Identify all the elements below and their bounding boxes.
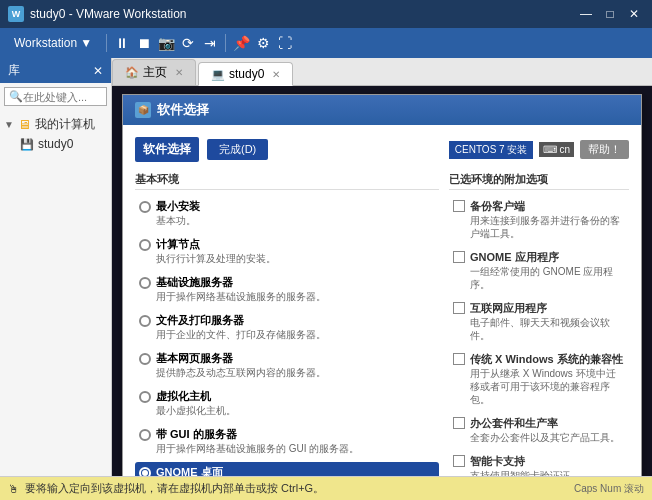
addon-internet[interactable]: 互联网应用程序 电子邮件、聊天天和视频会议软件。	[449, 298, 629, 345]
checkbox-smartcard	[453, 455, 465, 467]
env-compute-desc: 执行行计算及处理的安装。	[156, 252, 276, 265]
vm-tab-icon: 💻	[211, 68, 225, 81]
checkbox-office	[453, 417, 465, 429]
sidebar-item-my-computer[interactable]: ▼ 🖥 我的计算机	[4, 114, 107, 135]
minimize-button[interactable]: —	[576, 4, 596, 24]
radio-file	[139, 315, 151, 327]
env-file-desc: 用于企业的文件、打印及存储服务器。	[156, 328, 326, 341]
radio-virt	[139, 391, 151, 403]
dialog-overlay: 📦 软件选择 软件选择 完成(D) CENTOS 7 安装 ⌨	[112, 86, 652, 476]
env-gui-desc: 用于操作网络基础设施服务的 GUI 的服务器。	[156, 442, 359, 455]
menu-separator-2	[225, 34, 226, 52]
addon-gnome-apps-label: GNOME 应用程序	[470, 250, 625, 265]
fullscreen-icon[interactable]: ⛶	[274, 32, 296, 54]
menu-separator	[106, 34, 107, 52]
sidebar-tree: ▼ 🖥 我的计算机 💾 study0	[0, 110, 111, 157]
dialog-title-icon: 📦	[135, 102, 151, 118]
close-button[interactable]: ✕	[624, 4, 644, 24]
addon-xcompat[interactable]: 传统 X Windows 系统的兼容性 用于从继承 X Windows 环境中迁…	[449, 349, 629, 409]
dialog-titlebar: 📦 软件选择	[123, 95, 641, 125]
addon-internet-desc: 电子邮件、聊天天和视频会议软件。	[470, 316, 625, 342]
screenshot-icon[interactable]: 📷	[155, 32, 177, 54]
env-virt-label: 虚拟化主机	[156, 389, 236, 404]
tab-home[interactable]: 🏠 主页 ✕	[112, 59, 196, 85]
addon-office-label: 办公套件和生产率	[470, 416, 620, 431]
env-file-label: 文件及打印服务器	[156, 313, 326, 328]
cn-badge: ⌨ cn	[539, 142, 574, 157]
dialog-header-row: 软件选择 完成(D) CENTOS 7 安装 ⌨ cn 帮助！	[135, 137, 629, 162]
env-virt-desc: 最小虚拟化主机。	[156, 404, 236, 417]
pause-icon[interactable]: ⏸	[111, 32, 133, 54]
search-icon: 🔍	[9, 90, 23, 103]
help-button[interactable]: 帮助！	[580, 140, 629, 159]
left-section-title: 基本环境	[135, 172, 439, 190]
addon-smartcard[interactable]: 智能卡支持 支持使用智能卡验证证。	[449, 451, 629, 476]
search-input[interactable]	[23, 91, 93, 103]
stop-icon[interactable]: ⏹	[133, 32, 155, 54]
vm-content: 📦 软件选择 软件选择 完成(D) CENTOS 7 安装 ⌨	[112, 86, 652, 476]
env-gnome[interactable]: GNOME 桌面 GNOME 是一个非常直观且用户友好的桌面环境。	[135, 462, 439, 476]
dialog-title: 软件选择	[157, 101, 209, 119]
maximize-button[interactable]: □	[600, 4, 620, 24]
keyboard-icon: ⌨	[543, 144, 557, 155]
send-keys-icon[interactable]: ⇥	[199, 32, 221, 54]
workstation-label: Workstation	[14, 36, 77, 50]
settings-icon[interactable]: ⚙	[252, 32, 274, 54]
expand-icon: ▼	[4, 119, 14, 130]
env-file[interactable]: 文件及打印服务器 用于企业的文件、打印及存储服务器。	[135, 310, 439, 344]
checkbox-backup	[453, 200, 465, 212]
addon-backup-desc: 用来连接到服务器并进行备份的客户端工具。	[470, 214, 625, 240]
sidebar-tree-children: 💾 study0	[4, 135, 107, 153]
radio-infra	[139, 277, 151, 289]
addon-gnome-apps[interactable]: GNOME 应用程序 一组经常使用的 GNOME 应用程序。	[449, 247, 629, 294]
radio-compute	[139, 239, 151, 251]
sidebar-item-vm[interactable]: 💾 study0	[20, 135, 107, 153]
addon-xcompat-label: 传统 X Windows 系统的兼容性	[470, 352, 625, 367]
two-column-layout: 基本环境 最小安装 基本功。	[135, 172, 629, 476]
statusbar: 🖱 要将输入定向到该虚拟机，请在虚拟机内部单击或按 Ctrl+G。 Caps N…	[0, 476, 652, 500]
status-message: 要将输入定向到该虚拟机，请在虚拟机内部单击或按 Ctrl+G。	[25, 481, 324, 496]
main-layout: 库 ✕ 🔍 ▼ 🖥 我的计算机 💾 study0 🏠	[0, 58, 652, 476]
tab-study0-label: study0	[229, 67, 264, 81]
app-icon: W	[8, 6, 24, 22]
addon-backup[interactable]: 备份客户端 用来连接到服务器并进行备份的客户端工具。	[449, 196, 629, 243]
centos-badge: CENTOS 7 安装 ⌨ cn 帮助！	[449, 140, 629, 159]
addon-gnome-apps-desc: 一组经常使用的 GNOME 应用程序。	[470, 265, 625, 291]
workstation-menu[interactable]: Workstation ▼	[4, 32, 102, 54]
radio-gnome	[139, 467, 151, 476]
tab-home-close[interactable]: ✕	[175, 67, 183, 78]
radio-minimal	[139, 201, 151, 213]
env-virt[interactable]: 虚拟化主机 最小虚拟化主机。	[135, 386, 439, 420]
env-minimal-desc: 基本功。	[156, 214, 200, 227]
env-web-label: 基本网页服务器	[156, 351, 326, 366]
revert-icon[interactable]: ⟳	[177, 32, 199, 54]
addon-smartcard-label: 智能卡支持	[470, 454, 580, 469]
tab-study0[interactable]: 💻 study0 ✕	[198, 62, 293, 86]
addon-internet-label: 互联网应用程序	[470, 301, 625, 316]
env-gui[interactable]: 带 GUI 的服务器 用于操作网络基础设施服务的 GUI 的服务器。	[135, 424, 439, 458]
software-select-badge: 软件选择	[135, 137, 199, 162]
env-compute[interactable]: 计算节点 执行行计算及处理的安装。	[135, 234, 439, 268]
env-gui-label: 带 GUI 的服务器	[156, 427, 359, 442]
env-infra[interactable]: 基础设施服务器 用于操作网络基础设施服务的服务器。	[135, 272, 439, 306]
snapshot-icon[interactable]: 📌	[230, 32, 252, 54]
titlebar: W study0 - VMware Workstation — □ ✕	[0, 0, 652, 28]
menubar: Workstation ▼ ⏸ ⏹ 📷 ⟳ ⇥ 📌 ⚙ ⛶	[0, 28, 652, 58]
env-web[interactable]: 基本网页服务器 提供静态及动态互联网内容的服务器。	[135, 348, 439, 382]
checkbox-xcompat	[453, 353, 465, 365]
right-column: 已选环境的附加选项 备份客户端 用来连接到服务器并进行备份的客户端工具。	[449, 172, 629, 476]
env-minimal[interactable]: 最小安装 基本功。	[135, 196, 439, 230]
folder-icon: 🖥	[18, 117, 31, 132]
env-web-desc: 提供静态及动态互联网内容的服务器。	[156, 366, 326, 379]
dialog-body: 软件选择 完成(D) CENTOS 7 安装 ⌨ cn 帮助！	[123, 125, 641, 476]
my-computer-label: 我的计算机	[35, 116, 95, 133]
tab-study0-close[interactable]: ✕	[272, 69, 280, 80]
env-minimal-label: 最小安装	[156, 199, 200, 214]
checkbox-gnome-apps	[453, 251, 465, 263]
keyboard-status: Caps Num 滚动	[574, 482, 644, 496]
addon-xcompat-desc: 用于从继承 X Windows 环境中迁移或者可用于该环境的兼容程序包。	[470, 367, 625, 406]
radio-web	[139, 353, 151, 365]
sidebar-close-icon[interactable]: ✕	[93, 64, 103, 78]
complete-button[interactable]: 完成(D)	[207, 139, 268, 160]
addon-office[interactable]: 办公套件和生产率 全套办公套件以及其它产品工具。	[449, 413, 629, 447]
